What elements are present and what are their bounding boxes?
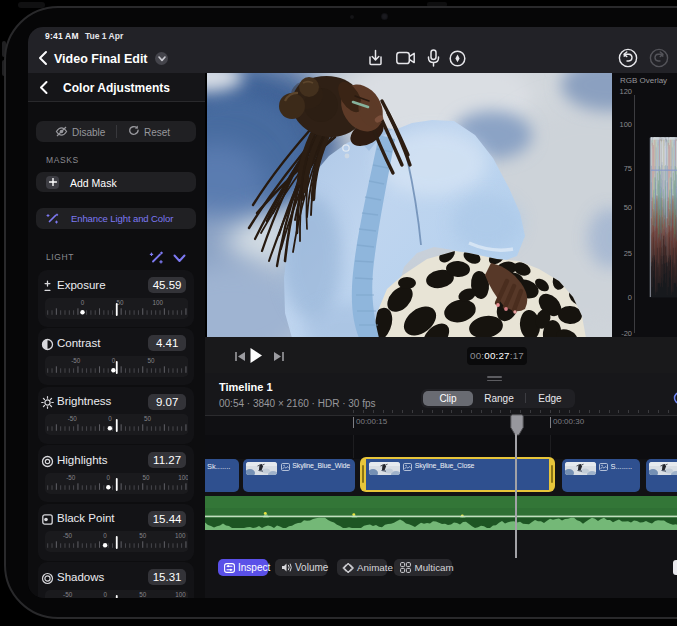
svg-text:-50: -50 — [63, 591, 73, 598]
svg-text:0: 0 — [103, 591, 107, 598]
svg-text:50: 50 — [147, 357, 155, 364]
svg-text:50: 50 — [143, 415, 151, 422]
svg-text:100: 100 — [175, 532, 186, 539]
svg-text:100: 100 — [175, 591, 186, 598]
svg-text:0: 0 — [80, 299, 84, 306]
svg-text:50: 50 — [116, 299, 124, 306]
svg-text:0: 0 — [111, 357, 115, 364]
svg-text:-50: -50 — [71, 357, 81, 364]
svg-text:0: 0 — [108, 415, 112, 422]
svg-text:-50: -50 — [67, 415, 77, 422]
svg-text:50: 50 — [139, 591, 147, 598]
svg-text:50: 50 — [142, 474, 150, 481]
svg-text:100: 100 — [152, 299, 163, 306]
svg-text:0: 0 — [106, 474, 110, 481]
svg-text:0: 0 — [103, 532, 107, 539]
svg-text:100: 100 — [178, 474, 188, 481]
svg-text:-50: -50 — [66, 474, 76, 481]
svg-text:-50: -50 — [62, 532, 72, 539]
svg-text:50: 50 — [139, 532, 147, 539]
